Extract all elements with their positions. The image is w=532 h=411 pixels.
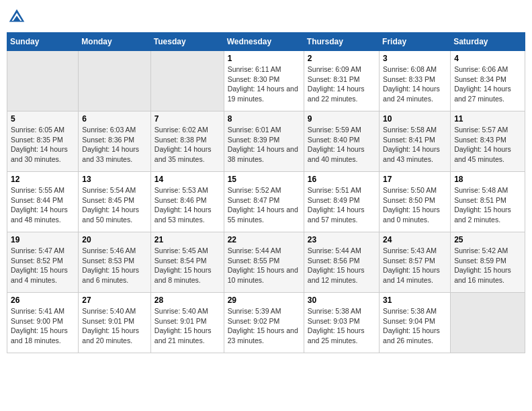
day-of-week-header: Tuesday	[150, 33, 224, 51]
day-info: Sunrise: 5:38 AM Sunset: 9:03 PM Dayligh…	[308, 306, 375, 346]
day-number: 14	[154, 175, 220, 184]
day-number: 1	[228, 54, 300, 63]
day-info: Sunrise: 6:03 AM Sunset: 8:36 PM Dayligh…	[82, 125, 146, 165]
calendar-cell: 1Sunrise: 6:11 AM Sunset: 8:30 PM Daylig…	[224, 51, 304, 111]
logo	[7, 7, 30, 27]
day-info: Sunrise: 5:45 AM Sunset: 8:54 PM Dayligh…	[154, 246, 220, 285]
day-info: Sunrise: 5:38 AM Sunset: 9:04 PM Dayligh…	[383, 306, 447, 346]
calendar-cell: 29Sunrise: 5:39 AM Sunset: 9:02 PM Dayli…	[224, 293, 304, 353]
calendar-cell: 21Sunrise: 5:45 AM Sunset: 8:54 PM Dayli…	[150, 232, 224, 293]
calendar-cell: 24Sunrise: 5:43 AM Sunset: 8:57 PM Dayli…	[380, 232, 451, 293]
day-number: 22	[228, 235, 300, 244]
day-number: 6	[82, 114, 146, 124]
calendar-cell: 9Sunrise: 5:59 AM Sunset: 8:40 PM Daylig…	[304, 111, 379, 172]
calendar-cell: 18Sunrise: 5:48 AM Sunset: 8:51 PM Dayli…	[451, 172, 525, 232]
calendar-cell: 8Sunrise: 6:01 AM Sunset: 8:39 PM Daylig…	[224, 111, 304, 172]
calendar-cell: 5Sunrise: 6:05 AM Sunset: 8:35 PM Daylig…	[7, 111, 79, 172]
calendar-week-row: 1Sunrise: 6:11 AM Sunset: 8:30 PM Daylig…	[7, 51, 525, 111]
day-info: Sunrise: 5:54 AM Sunset: 8:45 PM Dayligh…	[82, 185, 146, 225]
calendar-cell: 4Sunrise: 6:06 AM Sunset: 8:34 PM Daylig…	[451, 51, 525, 111]
calendar-week-row: 26Sunrise: 5:41 AM Sunset: 9:00 PM Dayli…	[7, 293, 525, 353]
day-number: 29	[228, 295, 300, 305]
days-of-week-row: SundayMondayTuesdayWednesdayThursdayFrid…	[7, 33, 525, 51]
calendar-cell	[79, 51, 150, 111]
day-number: 27	[82, 295, 146, 305]
day-number: 8	[228, 114, 300, 124]
calendar-cell: 22Sunrise: 5:44 AM Sunset: 8:55 PM Dayli…	[224, 232, 304, 293]
day-info: Sunrise: 5:40 AM Sunset: 9:01 PM Dayligh…	[154, 306, 220, 346]
day-number: 28	[154, 295, 220, 305]
calendar-cell: 31Sunrise: 5:38 AM Sunset: 9:04 PM Dayli…	[380, 293, 451, 353]
calendar-cell: 12Sunrise: 5:55 AM Sunset: 8:44 PM Dayli…	[7, 172, 79, 232]
day-number: 4	[454, 54, 521, 63]
day-number: 21	[154, 235, 220, 244]
calendar-table: SundayMondayTuesdayWednesdayThursdayFrid…	[7, 32, 525, 353]
day-info: Sunrise: 6:09 AM Sunset: 8:31 PM Dayligh…	[308, 64, 375, 104]
calendar-cell	[451, 293, 525, 353]
calendar-cell: 20Sunrise: 5:46 AM Sunset: 8:53 PM Dayli…	[79, 232, 150, 293]
day-number: 9	[308, 114, 375, 124]
day-info: Sunrise: 5:47 AM Sunset: 8:52 PM Dayligh…	[11, 246, 75, 285]
day-info: Sunrise: 5:41 AM Sunset: 9:00 PM Dayligh…	[11, 306, 75, 346]
day-number: 3	[383, 54, 447, 63]
calendar-cell: 27Sunrise: 5:40 AM Sunset: 9:01 PM Dayli…	[79, 293, 150, 353]
calendar-cell: 2Sunrise: 6:09 AM Sunset: 8:31 PM Daylig…	[304, 51, 379, 111]
day-info: Sunrise: 5:44 AM Sunset: 8:56 PM Dayligh…	[308, 246, 375, 285]
day-info: Sunrise: 5:48 AM Sunset: 8:51 PM Dayligh…	[454, 185, 521, 225]
day-info: Sunrise: 5:57 AM Sunset: 8:43 PM Dayligh…	[454, 125, 521, 165]
calendar-cell: 19Sunrise: 5:47 AM Sunset: 8:52 PM Dayli…	[7, 232, 79, 293]
day-of-week-header: Sunday	[7, 33, 79, 51]
day-number: 16	[308, 175, 375, 184]
calendar-cell	[7, 51, 79, 111]
calendar-cell: 11Sunrise: 5:57 AM Sunset: 8:43 PM Dayli…	[451, 111, 525, 172]
logo-icon	[7, 7, 27, 27]
day-number: 11	[454, 114, 521, 124]
day-info: Sunrise: 6:06 AM Sunset: 8:34 PM Dayligh…	[454, 64, 521, 104]
day-info: Sunrise: 5:43 AM Sunset: 8:57 PM Dayligh…	[383, 246, 447, 285]
day-info: Sunrise: 5:40 AM Sunset: 9:01 PM Dayligh…	[82, 306, 146, 346]
day-info: Sunrise: 5:58 AM Sunset: 8:41 PM Dayligh…	[383, 125, 447, 165]
calendar-cell: 14Sunrise: 5:53 AM Sunset: 8:46 PM Dayli…	[150, 172, 224, 232]
calendar-cell: 28Sunrise: 5:40 AM Sunset: 9:01 PM Dayli…	[150, 293, 224, 353]
calendar-cell: 13Sunrise: 5:54 AM Sunset: 8:45 PM Dayli…	[79, 172, 150, 232]
day-number: 5	[11, 114, 75, 124]
day-of-week-header: Wednesday	[224, 33, 304, 51]
calendar-cell: 30Sunrise: 5:38 AM Sunset: 9:03 PM Dayli…	[304, 293, 379, 353]
day-number: 19	[11, 235, 75, 244]
day-info: Sunrise: 5:39 AM Sunset: 9:02 PM Dayligh…	[228, 306, 300, 346]
day-info: Sunrise: 5:51 AM Sunset: 8:49 PM Dayligh…	[308, 185, 375, 225]
day-info: Sunrise: 6:02 AM Sunset: 8:38 PM Dayligh…	[154, 125, 220, 165]
day-of-week-header: Friday	[380, 33, 451, 51]
calendar-cell: 25Sunrise: 5:42 AM Sunset: 8:59 PM Dayli…	[451, 232, 525, 293]
day-number: 17	[383, 175, 447, 184]
day-info: Sunrise: 6:08 AM Sunset: 8:33 PM Dayligh…	[383, 64, 447, 104]
calendar-cell: 23Sunrise: 5:44 AM Sunset: 8:56 PM Dayli…	[304, 232, 379, 293]
day-number: 30	[308, 295, 375, 305]
day-number: 20	[82, 235, 146, 244]
calendar-cell: 6Sunrise: 6:03 AM Sunset: 8:36 PM Daylig…	[79, 111, 150, 172]
calendar-cell: 7Sunrise: 6:02 AM Sunset: 8:38 PM Daylig…	[150, 111, 224, 172]
day-number: 26	[11, 295, 75, 305]
calendar-cell: 16Sunrise: 5:51 AM Sunset: 8:49 PM Dayli…	[304, 172, 379, 232]
day-info: Sunrise: 5:44 AM Sunset: 8:55 PM Dayligh…	[228, 246, 300, 285]
day-number: 15	[228, 175, 300, 184]
calendar-cell	[150, 51, 224, 111]
calendar-cell: 15Sunrise: 5:52 AM Sunset: 8:47 PM Dayli…	[224, 172, 304, 232]
calendar-week-row: 19Sunrise: 5:47 AM Sunset: 8:52 PM Dayli…	[7, 232, 525, 293]
day-number: 18	[454, 175, 521, 184]
day-info: Sunrise: 6:01 AM Sunset: 8:39 PM Dayligh…	[228, 125, 300, 165]
day-info: Sunrise: 5:52 AM Sunset: 8:47 PM Dayligh…	[228, 185, 300, 225]
calendar-header: SundayMondayTuesdayWednesdayThursdayFrid…	[7, 33, 525, 51]
day-info: Sunrise: 5:46 AM Sunset: 8:53 PM Dayligh…	[82, 246, 146, 285]
day-info: Sunrise: 5:42 AM Sunset: 8:59 PM Dayligh…	[454, 246, 521, 285]
day-info: Sunrise: 6:05 AM Sunset: 8:35 PM Dayligh…	[11, 125, 75, 165]
calendar-cell: 3Sunrise: 6:08 AM Sunset: 8:33 PM Daylig…	[380, 51, 451, 111]
calendar-body: 1Sunrise: 6:11 AM Sunset: 8:30 PM Daylig…	[7, 51, 525, 353]
day-info: Sunrise: 5:59 AM Sunset: 8:40 PM Dayligh…	[308, 125, 375, 165]
day-number: 7	[154, 114, 220, 124]
day-number: 10	[383, 114, 447, 124]
calendar-cell: 10Sunrise: 5:58 AM Sunset: 8:41 PM Dayli…	[380, 111, 451, 172]
calendar-cell: 26Sunrise: 5:41 AM Sunset: 9:00 PM Dayli…	[7, 293, 79, 353]
day-number: 25	[454, 235, 521, 244]
day-of-week-header: Saturday	[451, 33, 525, 51]
